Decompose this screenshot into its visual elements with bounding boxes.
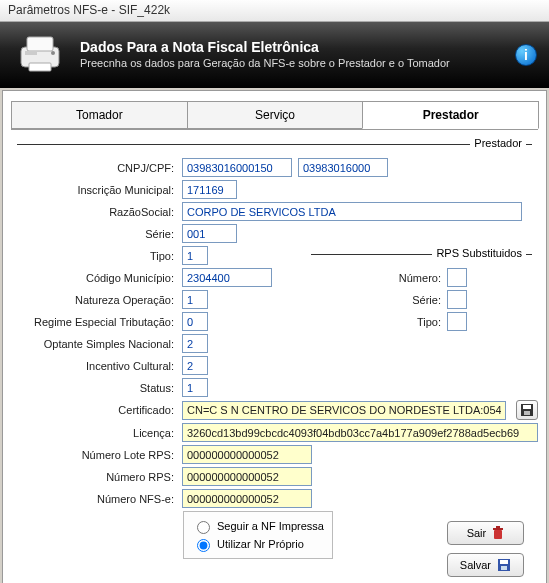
radio-utilizar-proprio[interactable]: Utilizar Nr Próprio [192, 536, 324, 552]
legend-prestador: Prestador [470, 137, 526, 149]
input-tipo[interactable] [182, 246, 208, 265]
save-cert-button[interactable] [516, 400, 538, 420]
legend-rps: RPS Substituidos [432, 247, 526, 259]
input-rps-numero[interactable] [447, 268, 467, 287]
svg-rect-13 [501, 566, 507, 570]
label-serie: Série: [11, 228, 176, 240]
header-title: Dados Para a Nota Fiscal Eletrônica [80, 39, 450, 55]
input-num-nfse[interactable] [182, 489, 312, 508]
radio-group-number-mode: Seguir a NF Impressa Utilizar Nr Próprio [183, 511, 333, 559]
label-incentivo: Incentivo Cultural: [11, 360, 176, 372]
input-certificado[interactable] [182, 401, 506, 420]
label-num-rps: Número RPS: [11, 471, 176, 483]
input-licenca[interactable] [182, 423, 538, 442]
label-tipo: Tipo: [11, 250, 176, 262]
trash-icon [492, 526, 504, 540]
label-num-nfse: Número NFS-e: [11, 493, 176, 505]
window-titlebar: Parâmetros NFS-e - SIF_422k [0, 0, 549, 22]
input-rps-serie[interactable] [447, 290, 467, 309]
input-codigo-mun[interactable] [182, 268, 272, 287]
svg-rect-10 [496, 526, 500, 528]
svg-rect-7 [524, 411, 530, 415]
svg-rect-3 [25, 51, 37, 55]
svg-rect-1 [27, 37, 53, 51]
exit-button-label: Sair [467, 527, 487, 539]
input-cnpj-short[interactable] [298, 158, 388, 177]
input-serie[interactable] [182, 224, 237, 243]
header: Dados Para a Nota Fiscal Eletrônica Pree… [0, 22, 549, 88]
fieldset-rps: RPS Substituidos [311, 254, 532, 266]
svg-point-4 [51, 51, 55, 55]
label-status: Status: [11, 382, 176, 394]
tab-bar: Tomador Serviço Prestador [11, 101, 538, 130]
header-subtitle: Preecnha os dados para Geração da NFS-e … [80, 57, 450, 69]
window-title: Parâmetros NFS-e - SIF_422k [8, 3, 170, 17]
label-rps-tipo: Tipo: [321, 316, 441, 328]
label-optante: Optante Simples Nacional: [11, 338, 176, 350]
tab-tomador[interactable]: Tomador [11, 101, 188, 129]
floppy-icon [497, 558, 511, 572]
svg-rect-12 [500, 560, 508, 564]
radio-utilizar-proprio-label: Utilizar Nr Próprio [217, 538, 304, 550]
input-natureza[interactable] [182, 290, 208, 309]
input-lote-rps[interactable] [182, 445, 312, 464]
label-regime: Regime Especial Tributação: [11, 316, 176, 328]
label-rps-serie: Série: [321, 294, 441, 306]
svg-rect-2 [29, 63, 51, 71]
tab-prestador[interactable]: Prestador [362, 101, 539, 129]
input-num-rps[interactable] [182, 467, 312, 486]
label-lote-rps: Número Lote RPS: [11, 449, 176, 461]
label-rps-numero: Número: [321, 272, 441, 284]
label-codigo-mun: Código Município: [11, 272, 176, 284]
label-licenca: Licença: [11, 427, 176, 439]
input-cnpj-full[interactable] [182, 158, 292, 177]
fieldset-prestador: Prestador [17, 144, 532, 156]
radio-seguir-nf-label: Seguir a NF Impressa [217, 520, 324, 532]
label-natureza: Natureza Operação: [11, 294, 176, 306]
input-optante[interactable] [182, 334, 208, 353]
input-status[interactable] [182, 378, 208, 397]
floppy-icon [520, 403, 534, 417]
input-regime[interactable] [182, 312, 208, 331]
svg-rect-9 [493, 528, 503, 530]
radio-utilizar-proprio-input[interactable] [197, 539, 210, 552]
svg-rect-8 [494, 530, 502, 539]
input-razao[interactable] [182, 202, 522, 221]
tab-servico[interactable]: Serviço [187, 101, 364, 129]
input-inscricao[interactable] [182, 180, 237, 199]
printer-icon [14, 32, 66, 76]
svg-rect-6 [523, 405, 531, 409]
label-razao: RazãoSocial: [11, 206, 176, 218]
label-cnpj: CNPJ/CPF: [11, 162, 176, 174]
radio-seguir-nf[interactable]: Seguir a NF Impressa [192, 518, 324, 534]
radio-seguir-nf-input[interactable] [197, 521, 210, 534]
label-inscricao: Inscrição Municipal: [11, 184, 176, 196]
info-button[interactable]: i [515, 44, 537, 66]
save-button[interactable]: Salvar [447, 553, 524, 577]
exit-button[interactable]: Sair [447, 521, 524, 545]
input-rps-tipo[interactable] [447, 312, 467, 331]
input-incentivo[interactable] [182, 356, 208, 375]
main-content: Tomador Serviço Prestador Prestador CNPJ… [2, 90, 547, 583]
label-certificado: Certificado: [11, 404, 176, 416]
save-button-label: Salvar [460, 559, 491, 571]
